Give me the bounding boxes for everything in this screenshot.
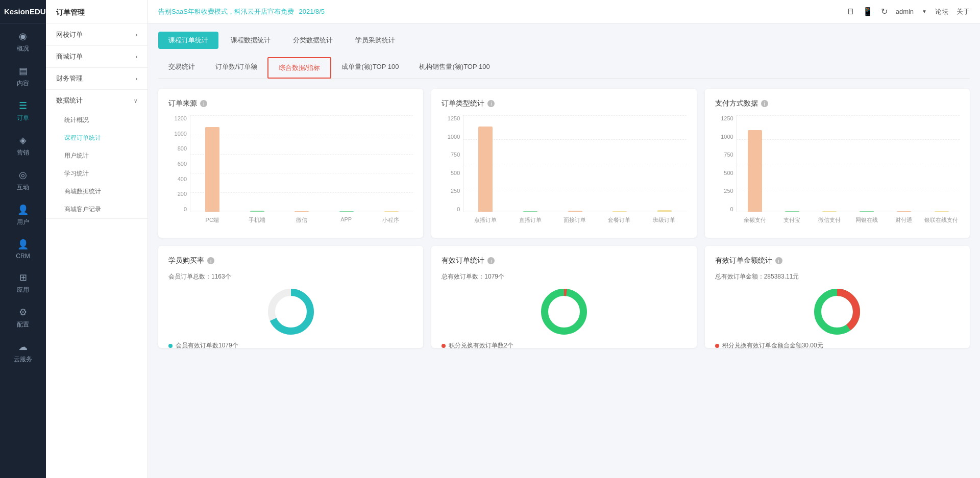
- bar: [384, 211, 399, 212]
- valid-orders-title: 有效订单统计 i: [442, 256, 686, 265]
- forum-link[interactable]: 论坛: [935, 7, 948, 16]
- order-source-info-icon[interactable]: i: [200, 100, 207, 107]
- bar: [860, 211, 874, 212]
- chevron-right-icon-2: ›: [136, 54, 137, 60]
- payment-type-y-axis: 1250 1000 750 500 250 0: [715, 115, 736, 212]
- valid-orders-legend: 积分兑换有效订单数2个: [442, 341, 686, 350]
- bar-group: [737, 115, 773, 212]
- sub-tab-top100-org[interactable]: 机构销售量(额)TOP 100: [409, 57, 500, 79]
- sidebar-item-user[interactable]: 👤 用户: [0, 197, 46, 232]
- sub-tab-top100-count[interactable]: 成单量(额)TOP 100: [331, 57, 409, 79]
- sidebar-item-settings[interactable]: ⚙ 配置: [0, 299, 46, 334]
- valid-orders-stat: 总有效订单数：1079个: [442, 272, 686, 281]
- bar: [935, 211, 949, 212]
- topbar-notice: 告别SaaS年租收费模式，科汛云开店宣布免费 2021/8/5: [158, 7, 325, 16]
- valid-amount-info-icon[interactable]: i: [775, 257, 782, 264]
- x-label: 套餐订单: [597, 213, 642, 228]
- order-icon: ☰: [19, 100, 27, 111]
- nav-group-data-stats: 数据统计 ∨ 统计概况 课程订单统计 用户统计 学习统计 商城数据统计 商城客户…: [46, 90, 148, 219]
- second-nav: 订单管理 网校订单 › 商城订单 › 财务管理 › 数据统计 ∨ 统计概况 课程…: [46, 0, 148, 478]
- nav-group-school-orders: 网校订单 ›: [46, 24, 148, 46]
- about-link[interactable]: 关于: [957, 7, 970, 16]
- nav-group-header-school-orders[interactable]: 网校订单 ›: [46, 24, 148, 45]
- x-label: 直播订单: [508, 213, 552, 228]
- admin-menu[interactable]: admin: [896, 8, 914, 15]
- nav-group-header-finance[interactable]: 财务管理 ›: [46, 68, 148, 89]
- tab-student-purchase-stats[interactable]: 学员采购统计: [345, 32, 405, 49]
- purchase-rate-info-icon[interactable]: i: [207, 257, 214, 264]
- nav-sub-item-mall-data-stats[interactable]: 商城数据统计: [46, 183, 148, 200]
- bar-group: [190, 115, 234, 212]
- x-label: 面接订单: [552, 213, 597, 228]
- interact-icon: ◎: [19, 169, 27, 181]
- sidebar-item-content[interactable]: ▤ 内容: [0, 58, 46, 93]
- purchase-rate-legend: 会员有效订单数1079个: [168, 341, 413, 350]
- sidebar-item-interact[interactable]: ◎ 互动: [0, 162, 46, 197]
- valid-orders-info-icon[interactable]: i: [487, 257, 495, 264]
- payment-type-bars: [737, 115, 960, 212]
- nav-group-header-mall-orders[interactable]: 商城订单 ›: [46, 46, 148, 67]
- sidebar-label-overview: 概况: [17, 44, 29, 53]
- nav-sub-item-course-order-stats[interactable]: 课程订单统计: [46, 129, 148, 147]
- sidebar-label-crm: CRM: [16, 253, 30, 260]
- nav-sub-item-study-stats[interactable]: 学习统计: [46, 165, 148, 183]
- order-source-card: 订单来源 i 1200 1000 800 600 400 200 0: [158, 89, 423, 238]
- valid-amount-legend: 积分兑换有效订单金额合金额30.00元: [715, 341, 960, 350]
- x-label: 班级订单: [642, 213, 686, 228]
- bar-group: [508, 115, 552, 212]
- nav-sub-item-mall-customer[interactable]: 商城客户记录: [46, 200, 148, 218]
- sidebar-item-order[interactable]: ☰ 订单: [0, 93, 46, 128]
- nav-group-mall-orders: 商城订单 ›: [46, 46, 148, 68]
- x-label: PC端: [190, 213, 234, 228]
- valid-orders-card: 有效订单统计 i 总有效订单数：1079个 积分兑换有效订单数2个: [431, 246, 696, 348]
- main-tab-bar: 课程订单统计 课程数据统计 分类数据统计 学员采购统计: [158, 32, 970, 49]
- bar-group: [849, 115, 885, 212]
- bar: [897, 211, 911, 212]
- valid-orders-donut: [442, 286, 686, 337]
- sidebar-label-order: 订单: [17, 114, 29, 122]
- order-type-info-icon[interactable]: i: [487, 100, 495, 107]
- bar: [822, 211, 837, 212]
- payment-type-info-icon[interactable]: i: [761, 100, 768, 107]
- nav-group-finance: 财务管理 ›: [46, 68, 148, 90]
- refresh-icon[interactable]: ↻: [881, 7, 888, 16]
- payment-type-chart: 1250 1000 750 500 250 0: [715, 115, 960, 228]
- mobile-icon[interactable]: 📱: [863, 7, 873, 16]
- desktop-icon[interactable]: 🖥: [846, 7, 854, 16]
- x-label: 手机端: [234, 213, 279, 228]
- sidebar-item-crm[interactable]: 👤 CRM: [0, 232, 46, 265]
- tab-course-data-stats[interactable]: 课程数据统计: [220, 32, 281, 49]
- payment-type-title: 支付方式数据 i: [715, 99, 960, 108]
- tab-category-stats[interactable]: 分类数据统计: [283, 32, 343, 49]
- sub-tab-comprehensive[interactable]: 综合数据/指标: [267, 57, 332, 79]
- order-source-title: 订单来源 i: [168, 99, 413, 108]
- bar-group: [812, 115, 848, 212]
- sub-tab-transaction[interactable]: 交易统计: [158, 57, 205, 79]
- order-source-x-labels: PC端手机端微信APP小程序: [190, 213, 413, 228]
- sidebar-label-marketing: 营销: [17, 148, 29, 157]
- order-type-chart: 1250 1000 750 500 250 0: [442, 115, 686, 228]
- nav-group-header-data-stats[interactable]: 数据统计 ∨: [46, 90, 148, 111]
- nav-sub-item-user-stats[interactable]: 用户统计: [46, 147, 148, 165]
- cloud-icon: ☁: [18, 341, 28, 353]
- x-label: 余额支付: [737, 213, 774, 228]
- sidebar-item-marketing[interactable]: ◈ 营销: [0, 128, 46, 162]
- bar: [250, 211, 264, 212]
- sidebar-item-overview[interactable]: ◉ 概况: [0, 23, 46, 58]
- x-label: 支付宝: [774, 213, 811, 228]
- sidebar-item-apps[interactable]: ⊞ 应用: [0, 265, 46, 299]
- topbar: 告别SaaS年租收费模式，科汛云开店宣布免费 2021/8/5 🖥 📱 ↻ ad…: [148, 0, 980, 23]
- purchase-rate-card: 学员购买率 i 会员订单总数：1163个 会员有效订单数1079个: [158, 246, 423, 348]
- notice-date: 2021/8/5: [299, 8, 325, 15]
- sidebar-item-cloud[interactable]: ☁ 云服务: [0, 334, 46, 369]
- nav-sub-item-stats-overview[interactable]: 统计概况: [46, 111, 148, 129]
- sub-tab-order-count[interactable]: 订单数/订单额: [205, 57, 267, 79]
- tab-course-order-stats[interactable]: 课程订单统计: [158, 32, 218, 49]
- bar: [205, 127, 219, 212]
- purchase-rate-stat: 会员订单总数：1163个: [168, 272, 413, 281]
- x-label: APP: [324, 213, 368, 228]
- charts-grid: 订单来源 i 1200 1000 800 600 400 200 0: [158, 89, 970, 238]
- valid-amount-card: 有效订单金额统计 i 总有效订单金额：285383.11元 积分兑换有效订单金额…: [705, 246, 970, 348]
- sidebar-label-cloud: 云服务: [14, 355, 32, 364]
- sub-tab-bar: 交易统计 订单数/订单额 综合数据/指标 成单量(额)TOP 100 机构销售量…: [158, 57, 970, 79]
